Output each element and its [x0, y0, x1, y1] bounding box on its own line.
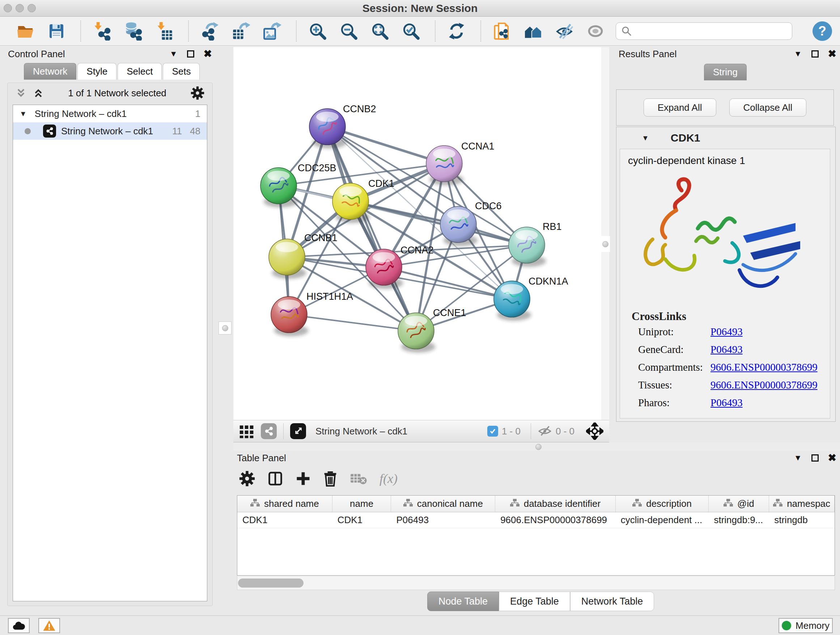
- crosslink-link[interactable]: P06493: [711, 326, 743, 338]
- network-collection-row[interactable]: ▼ String Network – cdk1 1: [13, 105, 207, 122]
- add-column-plus-icon[interactable]: [295, 471, 311, 486]
- zoom-selected-button[interactable]: [400, 19, 422, 43]
- crosslink-link[interactable]: 9606.ENSP00000378699: [711, 379, 818, 391]
- node-CDC6[interactable]: CDC6: [440, 201, 502, 246]
- node-HIST1H1A[interactable]: HIST1H1A: [271, 291, 353, 336]
- tab-network-table[interactable]: Network Table: [570, 592, 654, 611]
- export-image-button[interactable]: [261, 19, 283, 43]
- show-columns-icon[interactable]: [267, 470, 283, 486]
- open-in-window-icon[interactable]: [290, 423, 306, 439]
- gene-collapse-icon[interactable]: ▼: [642, 134, 649, 142]
- left-splitter-handle[interactable]: [218, 321, 232, 334]
- right-splitter[interactable]: [601, 47, 609, 420]
- close-panel-icon[interactable]: ✖: [204, 49, 212, 59]
- tab-select[interactable]: Select: [118, 63, 162, 80]
- refresh-button[interactable]: [446, 19, 467, 43]
- tab-sets[interactable]: Sets: [163, 63, 200, 80]
- node-label-CCNB1: CCNB1: [304, 233, 338, 243]
- table-cell[interactable]: stringdb:9...: [709, 512, 769, 528]
- import-network-database-button[interactable]: [122, 19, 144, 43]
- right-splitter-handle[interactable]: [600, 236, 610, 252]
- tab-network[interactable]: Network: [24, 63, 76, 80]
- float-panel-icon[interactable]: [812, 50, 819, 57]
- column-header-shared-name[interactable]: shared name: [237, 496, 332, 512]
- export-network-button[interactable]: [199, 19, 221, 43]
- node-CCNA1[interactable]: CCNA1: [426, 141, 494, 185]
- home-button[interactable]: [523, 19, 544, 43]
- expand-all-icon[interactable]: [33, 88, 44, 98]
- delete-table-icon: [350, 471, 367, 486]
- tab-string[interactable]: String: [704, 64, 747, 80]
- network-canvas[interactable]: CCNB2CCNA1CDC25BCDK1CDC6RB1CCNB1CCNA2CDK…: [233, 47, 601, 420]
- node-CDKN1A[interactable]: CDKN1A: [494, 276, 568, 321]
- table-cell[interactable]: CDK1: [237, 512, 332, 528]
- close-panel-icon[interactable]: ✖: [828, 49, 836, 59]
- close-panel-icon[interactable]: ✖: [828, 453, 836, 463]
- export-table-button[interactable]: [230, 19, 252, 43]
- selected-checkbox-icon[interactable]: [487, 426, 498, 437]
- table-cell[interactable]: 9606.ENSP00000378699: [495, 512, 616, 528]
- delete-trash-icon[interactable]: [323, 470, 338, 486]
- column-header-namespac[interactable]: namespac: [769, 496, 835, 512]
- gene-section-header[interactable]: ▼ CDK1: [616, 127, 835, 149]
- memory-button[interactable]: Memory: [778, 618, 833, 633]
- show-details-button[interactable]: [584, 19, 606, 43]
- crosslink-link[interactable]: P06493: [711, 397, 743, 409]
- node-CDK1[interactable]: CDK1: [332, 178, 394, 223]
- grid-view-icon[interactable]: [239, 424, 254, 439]
- crosslink-row: GeneCard:P06493: [638, 344, 830, 356]
- network-row[interactable]: String Network – cdk1 11 48: [13, 122, 207, 140]
- crosslink-link[interactable]: P06493: [711, 344, 743, 356]
- cloud-status-button[interactable]: [8, 618, 30, 633]
- collection-expand-icon[interactable]: ▼: [19, 110, 27, 118]
- column-header-description[interactable]: description: [616, 496, 709, 512]
- gear-icon[interactable]: [191, 86, 204, 100]
- table-row[interactable]: CDK1CDK1P064939606.ENSP00000378699cyclin…: [237, 512, 835, 528]
- table-settings-gear-icon[interactable]: [239, 470, 255, 486]
- tab-edge-table[interactable]: Edge Table: [499, 592, 570, 611]
- node-RB1[interactable]: RB1: [508, 221, 562, 267]
- table-toolbar: f(x): [233, 465, 840, 492]
- warnings-button[interactable]: [38, 618, 60, 633]
- import-network-file-button[interactable]: [91, 19, 113, 43]
- birds-eye-navigator-icon[interactable]: [586, 423, 603, 440]
- table-cell[interactable]: CDK1: [332, 512, 392, 528]
- zoom-fit-button[interactable]: [369, 19, 391, 43]
- collapse-all-button[interactable]: Collapse All: [729, 98, 807, 117]
- zoom-out-button[interactable]: [338, 19, 360, 43]
- table-horizontal-scrollbar[interactable]: [237, 576, 835, 590]
- column-header-canonical-name[interactable]: canonical name: [391, 496, 495, 512]
- crosslink-link[interactable]: 9606.ENSP00000378699: [711, 361, 818, 373]
- panel-menu-icon[interactable]: ▼: [794, 454, 802, 462]
- horizontal-splitter-handle[interactable]: [535, 444, 542, 450]
- save-session-button[interactable]: [46, 19, 67, 43]
- help-button[interactable]: ?: [813, 21, 832, 41]
- import-table-button[interactable]: [153, 19, 175, 43]
- expand-all-button[interactable]: Expand All: [644, 98, 716, 117]
- float-panel-icon[interactable]: [187, 50, 194, 57]
- hide-details-button[interactable]: [554, 19, 575, 43]
- tab-node-table[interactable]: Node Table: [427, 592, 499, 611]
- table-cell[interactable]: stringdb: [769, 512, 835, 528]
- collapse-all-icon[interactable]: [16, 88, 27, 98]
- table-cell[interactable]: P06493: [392, 512, 496, 528]
- search-field[interactable]: [616, 22, 792, 40]
- copy-network-button[interactable]: [491, 19, 513, 43]
- panel-menu-icon[interactable]: ▼: [794, 50, 802, 58]
- panel-menu-icon[interactable]: ▼: [170, 50, 178, 58]
- tab-style[interactable]: Style: [77, 63, 117, 80]
- table-cell[interactable]: cyclin-dependent ...: [616, 512, 709, 528]
- zoom-in-button[interactable]: [307, 19, 328, 43]
- column-label: namespac: [787, 498, 830, 509]
- column-header--id[interactable]: @id: [709, 496, 769, 512]
- open-session-button[interactable]: [14, 19, 36, 43]
- network-share-view-icon[interactable]: [261, 423, 277, 439]
- scrollbar-thumb[interactable]: [238, 578, 303, 587]
- node-CCNB2[interactable]: CCNB2: [309, 103, 376, 149]
- search-input[interactable]: [636, 25, 787, 36]
- node-table[interactable]: shared namenamecanonical namedatabase id…: [237, 495, 835, 576]
- float-panel-icon[interactable]: [812, 454, 819, 462]
- column-header-name[interactable]: name: [332, 496, 392, 512]
- control-panel-header: Control Panel ▼ ✖: [3, 47, 217, 61]
- column-header-database-identifier[interactable]: database identifier: [495, 496, 616, 512]
